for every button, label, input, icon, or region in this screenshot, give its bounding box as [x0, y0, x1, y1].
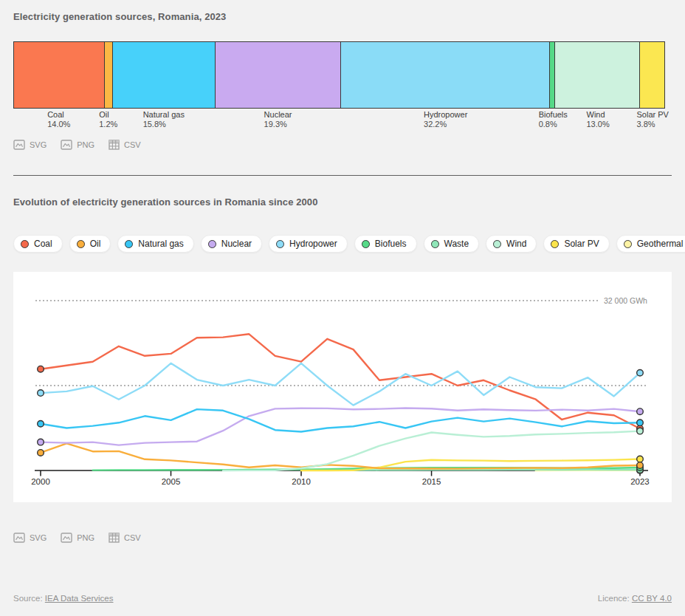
legend-item-oil[interactable]: Oil — [69, 235, 111, 253]
line-oil[interactable] — [41, 443, 640, 468]
legend-item-geothermal[interactable]: Geothermal — [616, 235, 685, 253]
export-button-label: CSV — [124, 533, 141, 542]
natural-gas-start-dot[interactable] — [38, 420, 44, 427]
export-svg-button[interactable]: SVG — [13, 533, 47, 543]
bar-label-hydropower: Hydropower32.2% — [341, 110, 551, 129]
legend-item-wind[interactable]: Wind — [486, 235, 537, 253]
share-chart-title: Electricity generation sources, Romania,… — [13, 11, 226, 22]
bar-label-name: Natural gas — [143, 110, 185, 120]
legend-label: Biofuels — [375, 239, 407, 249]
legend-item-nuclear[interactable]: Nuclear — [201, 235, 262, 253]
nuclear-endpoint-dot[interactable] — [637, 408, 644, 415]
export-csv-button[interactable]: CSV — [109, 140, 141, 150]
legend: CoalOilNatural gasNuclearHydropowerBiofu… — [13, 235, 685, 253]
x-tick-label-2023: 2023 — [630, 477, 650, 486]
hydropower-legend-dot-icon — [276, 240, 284, 248]
line-natural-gas[interactable] — [41, 409, 640, 431]
legend-item-hydropower[interactable]: Hydropower — [269, 235, 348, 253]
source-note: Source: IEA Data Services — [13, 594, 114, 603]
legend-item-natural-gas[interactable]: Natural gas — [117, 235, 193, 253]
hydropower-endpoint-dot[interactable] — [637, 369, 644, 376]
image-icon — [13, 533, 25, 543]
bar-label-biofuels: Biofuels0.8% — [551, 110, 556, 129]
licence-link[interactable]: CC BY 4.0 — [632, 594, 672, 603]
legend-label: Nuclear — [221, 239, 252, 249]
bar-segment-nuclear[interactable] — [216, 42, 341, 108]
solar-pv-endpoint-dot[interactable] — [637, 456, 644, 462]
legend-label: Hydropower — [289, 239, 337, 249]
line-wind[interactable] — [223, 431, 640, 470]
natural-gas-legend-dot-icon — [125, 240, 133, 248]
bar-label-name: Wind — [587, 110, 610, 120]
x-tick-label-2015: 2015 — [422, 477, 441, 486]
line-hydropower[interactable] — [41, 363, 640, 405]
evolution-line-chart: 32 000 GWh20002005201020152023 — [13, 272, 672, 502]
nuclear-start-dot[interactable] — [38, 439, 44, 445]
image-icon — [61, 533, 72, 543]
legend-item-solar-pv[interactable]: Solar PV — [543, 235, 609, 253]
bar-segment-coal[interactable] — [14, 42, 105, 108]
oil-endpoint-dot[interactable] — [637, 462, 644, 469]
legend-label: Oil — [90, 239, 101, 249]
export-csv-button[interactable]: CSV — [109, 533, 141, 543]
export-png-button[interactable]: PNG — [61, 533, 94, 543]
bar-label-percent: 19.3% — [264, 120, 292, 129]
legend-item-biofuels[interactable]: Biofuels — [354, 235, 417, 253]
bar-segment-solar-pv[interactable] — [640, 42, 664, 108]
bar-label-name: Solar PV — [637, 110, 669, 120]
waste-legend-dot-icon — [431, 240, 439, 248]
nuclear-legend-dot-icon — [208, 240, 216, 248]
image-icon — [61, 140, 72, 150]
bar-label-percent: 14.0% — [47, 120, 70, 129]
bar-label-oil: Oil1.2% — [104, 110, 112, 129]
biofuels-legend-dot-icon — [362, 240, 370, 248]
bar-label-percent: 15.8% — [143, 120, 185, 129]
evolution-chart-title: Evolution of electricity generation sour… — [13, 196, 318, 208]
stacked-bar — [13, 41, 665, 109]
legend-item-waste[interactable]: Waste — [424, 235, 480, 253]
bar-segment-hydropower[interactable] — [341, 42, 550, 108]
wind-endpoint-dot[interactable] — [637, 428, 644, 434]
bar-segment-biofuels[interactable] — [550, 42, 555, 108]
bar-label-percent: 32.2% — [424, 120, 467, 129]
legend-label: Natural gas — [138, 239, 183, 249]
legend-label: Geothermal — [637, 239, 684, 249]
source-link[interactable]: IEA Data Services — [45, 594, 114, 603]
licence-prefix: Licence: — [598, 594, 632, 603]
source-prefix: Source: — [13, 594, 45, 603]
line-coal[interactable] — [41, 334, 640, 428]
oil-start-dot[interactable] — [38, 450, 44, 456]
bar-label-solar-pv: Solar PV3.8% — [640, 110, 665, 129]
gridline-label: 32 000 GWh — [604, 296, 647, 305]
page: Electricity generation sources, Romania,… — [0, 0, 685, 616]
legend-label: Waste — [444, 239, 469, 249]
export-button-label: CSV — [124, 140, 141, 149]
bar-label-percent: 13.0% — [587, 120, 610, 129]
geothermal-legend-dot-icon — [624, 240, 632, 248]
bar-segment-natural-gas[interactable] — [113, 42, 216, 108]
export-png-button[interactable]: PNG — [61, 140, 94, 150]
wind-legend-dot-icon — [493, 240, 501, 248]
legend-label: Wind — [506, 239, 526, 249]
export-button-label: SVG — [30, 140, 47, 149]
bar-label-percent: 3.8% — [637, 120, 669, 129]
bar-segment-wind[interactable] — [555, 42, 639, 108]
x-tick-label-2005: 2005 — [162, 477, 181, 486]
bar-label-natural-gas: Natural gas15.8% — [112, 110, 215, 129]
licence-note: Licence: CC BY 4.0 — [598, 594, 672, 603]
bar-label-coal: Coal14.0% — [13, 110, 104, 129]
coal-start-dot[interactable] — [38, 366, 44, 372]
bar-label-name: Nuclear — [264, 110, 292, 120]
chart-card: 32 000 GWh20002005201020152023 — [13, 272, 672, 502]
export-svg-button[interactable]: SVG — [13, 140, 47, 150]
image-icon — [13, 140, 25, 150]
bar-segment-oil[interactable] — [105, 42, 113, 108]
export-row: SVGPNGCSV — [13, 137, 141, 152]
legend-item-coal[interactable]: Coal — [13, 235, 63, 253]
table-icon — [109, 140, 120, 150]
bar-label-name: Hydropower — [424, 110, 467, 120]
export-button-label: PNG — [77, 533, 94, 542]
hydropower-start-dot[interactable] — [38, 390, 44, 397]
coal-legend-dot-icon — [21, 240, 29, 248]
natural-gas-endpoint-dot[interactable] — [637, 420, 644, 426]
